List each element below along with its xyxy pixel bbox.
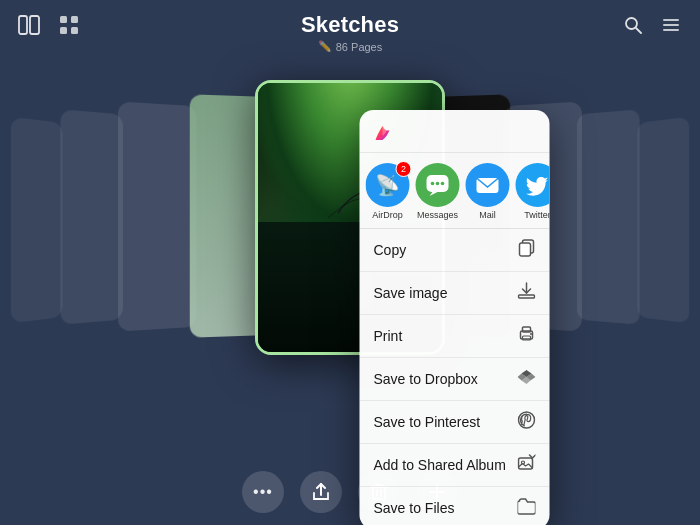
- save-pinterest-label: Save to Pinterest: [374, 414, 481, 430]
- twitter-label: Twitter: [524, 210, 549, 220]
- share-sheet: 📡 2 AirDrop Messages: [360, 110, 550, 525]
- shared-album-icon: [518, 454, 536, 476]
- page-title: Sketches: [0, 12, 700, 38]
- save-files-label: Save to Files: [374, 500, 455, 516]
- page-count: 86 Pages: [336, 41, 382, 53]
- bg-card-l2: [60, 109, 123, 325]
- print-menu-item[interactable]: Print: [360, 315, 550, 358]
- print-label: Print: [374, 328, 403, 344]
- copy-label: Copy: [374, 242, 407, 258]
- twitter-share-button[interactable]: Twitter: [516, 163, 550, 220]
- svg-point-13: [431, 182, 435, 186]
- bg-card-l3: [118, 102, 196, 332]
- bg-card-r1: [637, 117, 689, 323]
- messages-share-button[interactable]: Messages: [416, 163, 460, 220]
- title-area: Sketches ✏️ 86 Pages: [0, 12, 700, 53]
- pencil-icon: ✏️: [318, 40, 332, 53]
- page-subtitle: ✏️ 86 Pages: [0, 40, 700, 53]
- airdrop-badge: 2: [396, 161, 412, 177]
- bg-card-l1: [11, 117, 63, 323]
- save-dropbox-menu-item[interactable]: Save to Dropbox: [360, 358, 550, 401]
- files-icon: [518, 497, 536, 519]
- share-icons-row: 📡 2 AirDrop Messages: [360, 153, 550, 229]
- copy-icon: [518, 239, 536, 261]
- pages-spread: 📡 2 AirDrop Messages: [0, 80, 700, 465]
- svg-rect-18: [520, 243, 531, 256]
- add-shared-album-menu-item[interactable]: Add to Shared Album: [360, 444, 550, 487]
- save-image-label: Save image: [374, 285, 448, 301]
- svg-marker-12: [430, 192, 438, 196]
- bg-card-r2: [577, 109, 640, 325]
- svg-rect-29: [519, 458, 533, 469]
- mail-share-button[interactable]: Mail: [466, 163, 510, 220]
- save-image-menu-item[interactable]: Save image: [360, 272, 550, 315]
- dropbox-icon: [518, 368, 536, 390]
- app-logo-icon: [372, 122, 394, 144]
- mail-label: Mail: [479, 210, 496, 220]
- mail-icon: [466, 163, 510, 207]
- add-shared-album-label: Add to Shared Album: [374, 457, 506, 473]
- messages-label: Messages: [417, 210, 458, 220]
- copy-menu-item[interactable]: Copy: [360, 229, 550, 272]
- save-image-icon: [518, 282, 536, 304]
- pinterest-icon: [518, 411, 536, 433]
- svg-rect-21: [523, 327, 531, 332]
- more-button[interactable]: •••: [242, 471, 284, 513]
- share-sheet-header: [360, 110, 550, 153]
- airdrop-label: AirDrop: [372, 210, 403, 220]
- twitter-icon: [516, 163, 550, 207]
- bottom-toolbar: •••: [0, 471, 700, 513]
- airdrop-icon: 📡 2: [366, 163, 410, 207]
- print-icon: [518, 325, 536, 347]
- save-dropbox-label: Save to Dropbox: [374, 371, 478, 387]
- airdrop-share-button[interactable]: 📡 2 AirDrop: [366, 163, 410, 220]
- svg-point-14: [436, 182, 440, 186]
- share-button[interactable]: [300, 471, 342, 513]
- messages-icon: [416, 163, 460, 207]
- save-pinterest-menu-item[interactable]: Save to Pinterest: [360, 401, 550, 444]
- svg-point-15: [441, 182, 445, 186]
- save-files-menu-item[interactable]: Save to Files: [360, 487, 550, 525]
- svg-point-23: [530, 333, 532, 335]
- svg-rect-19: [519, 295, 535, 298]
